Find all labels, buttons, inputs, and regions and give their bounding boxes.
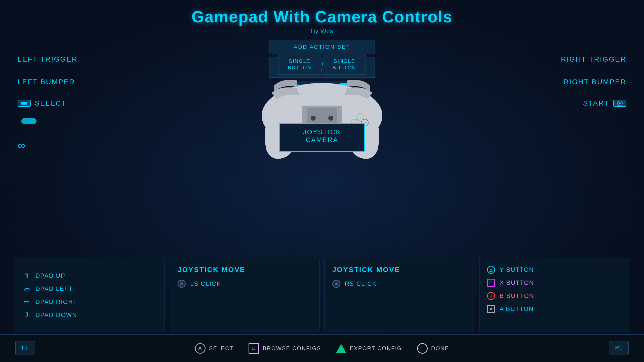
right-trigger-label: RIGHT TRIGGER xyxy=(561,55,626,63)
start-area: START xyxy=(583,99,626,107)
select-label: SELECT xyxy=(35,99,67,107)
rs-click-label: RS CLICK xyxy=(345,280,377,287)
rs-click-item[interactable]: RS CLICK xyxy=(332,280,466,288)
dpad-down-item[interactable]: ⇩ DPAD DOWN xyxy=(23,311,157,319)
a-button-icon: ✕ xyxy=(487,305,495,313)
infinity-icon: ∞ xyxy=(18,140,25,152)
select-bar-label: SELECT xyxy=(209,345,234,352)
left-bumper-label: LEFT BUMPER xyxy=(18,78,75,86)
start-icon xyxy=(613,100,626,107)
export-config-icon-wrap xyxy=(336,343,346,354)
bumper-line-left xyxy=(70,77,130,77)
trigger-line-left xyxy=(62,57,130,57)
dpad-right-item[interactable]: ⇨ DPAD RIGHT xyxy=(23,298,157,306)
dpad-right-label: DPAD RIGHT xyxy=(35,298,77,305)
start-label: START xyxy=(583,99,609,107)
select-icon xyxy=(18,100,31,107)
ls-click-label: LS CLICK xyxy=(190,280,221,287)
a-button-item[interactable]: ✕ A BUTTON xyxy=(487,305,621,313)
select-icon-inner xyxy=(21,102,27,105)
connector-line xyxy=(322,115,322,124)
bottom-panels: ⇧ DPAD UP ⇦ DPAD LEFT ⇨ DPAD RIGHT ⇩ DPA… xyxy=(15,258,629,332)
oval-button[interactable] xyxy=(21,118,36,124)
browse-configs-label: BROWSE CONFIGS xyxy=(263,345,321,352)
rs-click-icon xyxy=(332,280,340,288)
arrow-left-icon: ⇦ xyxy=(23,285,31,293)
y-button-item[interactable]: △ Y BUTTON xyxy=(487,266,621,274)
select-bar-item[interactable]: ✕ SELECT xyxy=(195,343,234,354)
x-button-label: X BUTTON xyxy=(500,279,534,286)
b-button-icon: ○ xyxy=(487,292,495,300)
page-container: Gamepad With Camera Controls By Wes ADD … xyxy=(0,0,644,362)
y-button-label: Y BUTTON xyxy=(500,266,534,273)
joystick-camera-label: JOYSTICK CAMERA xyxy=(303,128,341,144)
ls-click-dot-inner xyxy=(180,282,183,285)
main-title: Gamepad With Camera Controls xyxy=(0,8,644,26)
dpad-panel: ⇧ DPAD UP ⇦ DPAD LEFT ⇨ DPAD RIGHT ⇩ DPA… xyxy=(15,258,165,332)
done-label: DONE xyxy=(431,345,449,352)
joystick-camera-tooltip: JOYSTICK CAMERA xyxy=(279,123,365,152)
x-button-item[interactable]: □ X BUTTON xyxy=(487,279,621,287)
dpad-left-item[interactable]: ⇦ DPAD LEFT xyxy=(23,285,157,293)
b-button-item[interactable]: ○ B BUTTON xyxy=(487,292,621,300)
subtitle: By Wes xyxy=(0,27,644,35)
select-area: SELECT xyxy=(18,99,67,107)
export-config-icon xyxy=(336,344,346,353)
x-button-icon: □ xyxy=(487,279,495,287)
dpad-left-label: DPAD LEFT xyxy=(35,285,73,292)
ls-click-icon xyxy=(178,280,186,288)
export-config-item[interactable]: EXPORT CONFIG xyxy=(336,343,402,354)
header: Gamepad With Camera Controls By Wes xyxy=(0,0,644,35)
select-bar-icon: ✕ xyxy=(195,343,206,354)
a-button-label: A BUTTON xyxy=(500,305,534,312)
bottom-bar: L1 ✕ SELECT □ BROWSE CONFIGS EXPORT CONF… xyxy=(0,334,644,362)
done-icon xyxy=(417,343,428,354)
trigger-line-right xyxy=(514,57,582,57)
export-config-label: EXPORT CONFIG xyxy=(350,345,402,352)
face-buttons-panel: △ Y BUTTON □ X BUTTON ○ B BUTTON ✕ A BUT… xyxy=(479,258,629,332)
l1-button[interactable]: L1 xyxy=(15,341,35,354)
dpad-up-label: DPAD UP xyxy=(35,272,65,279)
left-joystick-panel: JOYSTICK MOVE LS CLICK xyxy=(170,258,319,332)
y-button-icon: △ xyxy=(487,266,495,274)
start-icon-inner xyxy=(617,101,623,106)
arrow-down-icon: ⇩ xyxy=(23,311,31,319)
browse-configs-item[interactable]: □ BROWSE CONFIGS xyxy=(249,343,321,354)
add-action-set-button[interactable]: ADD ACTION SET xyxy=(269,40,375,54)
rs-click-dot-inner xyxy=(335,282,338,285)
b-button-label: B BUTTON xyxy=(500,292,534,299)
bumper-line-right xyxy=(514,77,574,77)
arrow-up-icon: ⇧ xyxy=(23,272,31,280)
svg-point-20 xyxy=(328,116,333,121)
right-bumper-label: RIGHT BUMPER xyxy=(564,78,626,86)
done-item[interactable]: DONE xyxy=(417,343,449,354)
ls-click-item[interactable]: LS CLICK xyxy=(178,280,312,288)
browse-configs-icon: □ xyxy=(249,343,259,354)
left-joystick-title: JOYSTICK MOVE xyxy=(178,266,312,274)
left-trigger-label: LEFT TRIGGER xyxy=(18,55,78,63)
r1-button[interactable]: R1 xyxy=(609,341,629,354)
right-joystick-title: JOYSTICK MOVE xyxy=(332,266,466,274)
arrow-right-icon: ⇨ xyxy=(23,298,31,306)
right-joystick-panel: JOYSTICK MOVE RS CLICK xyxy=(325,258,474,332)
dpad-down-label: DPAD DOWN xyxy=(35,311,77,319)
svg-text:△: △ xyxy=(358,115,361,119)
svg-point-19 xyxy=(311,116,316,121)
start-play-icon xyxy=(619,102,621,105)
dpad-up-item[interactable]: ⇧ DPAD UP xyxy=(23,272,157,280)
